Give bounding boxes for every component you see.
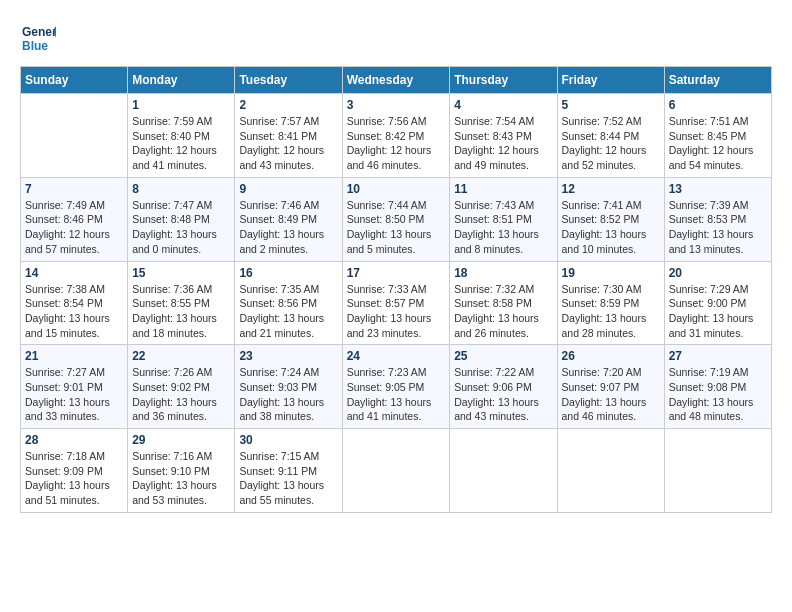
calendar-cell: 2Sunrise: 7:57 AM Sunset: 8:41 PM Daylig… bbox=[235, 94, 342, 178]
day-info: Sunrise: 7:44 AM Sunset: 8:50 PM Dayligh… bbox=[347, 198, 446, 257]
day-number: 23 bbox=[239, 349, 337, 363]
calendar-cell: 13Sunrise: 7:39 AM Sunset: 8:53 PM Dayli… bbox=[664, 177, 771, 261]
day-info: Sunrise: 7:24 AM Sunset: 9:03 PM Dayligh… bbox=[239, 365, 337, 424]
calendar-cell: 26Sunrise: 7:20 AM Sunset: 9:07 PM Dayli… bbox=[557, 345, 664, 429]
calendar-cell: 19Sunrise: 7:30 AM Sunset: 8:59 PM Dayli… bbox=[557, 261, 664, 345]
day-info: Sunrise: 7:38 AM Sunset: 8:54 PM Dayligh… bbox=[25, 282, 123, 341]
calendar-cell: 24Sunrise: 7:23 AM Sunset: 9:05 PM Dayli… bbox=[342, 345, 450, 429]
calendar-cell: 29Sunrise: 7:16 AM Sunset: 9:10 PM Dayli… bbox=[128, 429, 235, 513]
svg-text:Blue: Blue bbox=[22, 39, 48, 53]
day-info: Sunrise: 7:20 AM Sunset: 9:07 PM Dayligh… bbox=[562, 365, 660, 424]
calendar-cell: 12Sunrise: 7:41 AM Sunset: 8:52 PM Dayli… bbox=[557, 177, 664, 261]
col-header-saturday: Saturday bbox=[664, 67, 771, 94]
calendar-cell: 30Sunrise: 7:15 AM Sunset: 9:11 PM Dayli… bbox=[235, 429, 342, 513]
day-info: Sunrise: 7:57 AM Sunset: 8:41 PM Dayligh… bbox=[239, 114, 337, 173]
day-number: 24 bbox=[347, 349, 446, 363]
calendar-cell: 6Sunrise: 7:51 AM Sunset: 8:45 PM Daylig… bbox=[664, 94, 771, 178]
day-number: 11 bbox=[454, 182, 552, 196]
calendar-cell bbox=[21, 94, 128, 178]
week-row-1: 1Sunrise: 7:59 AM Sunset: 8:40 PM Daylig… bbox=[21, 94, 772, 178]
col-header-monday: Monday bbox=[128, 67, 235, 94]
day-info: Sunrise: 7:49 AM Sunset: 8:46 PM Dayligh… bbox=[25, 198, 123, 257]
day-number: 4 bbox=[454, 98, 552, 112]
day-number: 3 bbox=[347, 98, 446, 112]
calendar-cell: 16Sunrise: 7:35 AM Sunset: 8:56 PM Dayli… bbox=[235, 261, 342, 345]
day-info: Sunrise: 7:51 AM Sunset: 8:45 PM Dayligh… bbox=[669, 114, 767, 173]
calendar-cell: 11Sunrise: 7:43 AM Sunset: 8:51 PM Dayli… bbox=[450, 177, 557, 261]
col-header-friday: Friday bbox=[557, 67, 664, 94]
calendar-cell: 10Sunrise: 7:44 AM Sunset: 8:50 PM Dayli… bbox=[342, 177, 450, 261]
day-number: 22 bbox=[132, 349, 230, 363]
day-number: 9 bbox=[239, 182, 337, 196]
calendar-cell: 7Sunrise: 7:49 AM Sunset: 8:46 PM Daylig… bbox=[21, 177, 128, 261]
calendar-cell: 8Sunrise: 7:47 AM Sunset: 8:48 PM Daylig… bbox=[128, 177, 235, 261]
calendar-cell bbox=[342, 429, 450, 513]
day-info: Sunrise: 7:29 AM Sunset: 9:00 PM Dayligh… bbox=[669, 282, 767, 341]
week-row-4: 21Sunrise: 7:27 AM Sunset: 9:01 PM Dayli… bbox=[21, 345, 772, 429]
calendar-cell: 3Sunrise: 7:56 AM Sunset: 8:42 PM Daylig… bbox=[342, 94, 450, 178]
day-info: Sunrise: 7:27 AM Sunset: 9:01 PM Dayligh… bbox=[25, 365, 123, 424]
day-info: Sunrise: 7:26 AM Sunset: 9:02 PM Dayligh… bbox=[132, 365, 230, 424]
day-number: 10 bbox=[347, 182, 446, 196]
day-info: Sunrise: 7:23 AM Sunset: 9:05 PM Dayligh… bbox=[347, 365, 446, 424]
col-header-thursday: Thursday bbox=[450, 67, 557, 94]
day-number: 20 bbox=[669, 266, 767, 280]
header-row: SundayMondayTuesdayWednesdayThursdayFrid… bbox=[21, 67, 772, 94]
day-number: 28 bbox=[25, 433, 123, 447]
calendar-cell: 20Sunrise: 7:29 AM Sunset: 9:00 PM Dayli… bbox=[664, 261, 771, 345]
day-info: Sunrise: 7:19 AM Sunset: 9:08 PM Dayligh… bbox=[669, 365, 767, 424]
day-number: 29 bbox=[132, 433, 230, 447]
day-number: 27 bbox=[669, 349, 767, 363]
day-info: Sunrise: 7:43 AM Sunset: 8:51 PM Dayligh… bbox=[454, 198, 552, 257]
day-info: Sunrise: 7:46 AM Sunset: 8:49 PM Dayligh… bbox=[239, 198, 337, 257]
calendar-cell: 4Sunrise: 7:54 AM Sunset: 8:43 PM Daylig… bbox=[450, 94, 557, 178]
day-number: 12 bbox=[562, 182, 660, 196]
day-number: 18 bbox=[454, 266, 552, 280]
calendar-cell bbox=[557, 429, 664, 513]
col-header-sunday: Sunday bbox=[21, 67, 128, 94]
day-info: Sunrise: 7:41 AM Sunset: 8:52 PM Dayligh… bbox=[562, 198, 660, 257]
calendar-cell: 27Sunrise: 7:19 AM Sunset: 9:08 PM Dayli… bbox=[664, 345, 771, 429]
day-number: 8 bbox=[132, 182, 230, 196]
day-number: 5 bbox=[562, 98, 660, 112]
day-info: Sunrise: 7:32 AM Sunset: 8:58 PM Dayligh… bbox=[454, 282, 552, 341]
day-info: Sunrise: 7:15 AM Sunset: 9:11 PM Dayligh… bbox=[239, 449, 337, 508]
col-header-tuesday: Tuesday bbox=[235, 67, 342, 94]
day-info: Sunrise: 7:47 AM Sunset: 8:48 PM Dayligh… bbox=[132, 198, 230, 257]
day-info: Sunrise: 7:59 AM Sunset: 8:40 PM Dayligh… bbox=[132, 114, 230, 173]
calendar-cell: 17Sunrise: 7:33 AM Sunset: 8:57 PM Dayli… bbox=[342, 261, 450, 345]
week-row-2: 7Sunrise: 7:49 AM Sunset: 8:46 PM Daylig… bbox=[21, 177, 772, 261]
day-info: Sunrise: 7:33 AM Sunset: 8:57 PM Dayligh… bbox=[347, 282, 446, 341]
day-info: Sunrise: 7:16 AM Sunset: 9:10 PM Dayligh… bbox=[132, 449, 230, 508]
day-info: Sunrise: 7:22 AM Sunset: 9:06 PM Dayligh… bbox=[454, 365, 552, 424]
calendar-cell bbox=[664, 429, 771, 513]
day-number: 17 bbox=[347, 266, 446, 280]
logo-icon: General Blue bbox=[20, 20, 56, 56]
calendar-cell: 9Sunrise: 7:46 AM Sunset: 8:49 PM Daylig… bbox=[235, 177, 342, 261]
svg-text:General: General bbox=[22, 25, 56, 39]
day-info: Sunrise: 7:54 AM Sunset: 8:43 PM Dayligh… bbox=[454, 114, 552, 173]
calendar-cell: 21Sunrise: 7:27 AM Sunset: 9:01 PM Dayli… bbox=[21, 345, 128, 429]
calendar-cell: 18Sunrise: 7:32 AM Sunset: 8:58 PM Dayli… bbox=[450, 261, 557, 345]
col-header-wednesday: Wednesday bbox=[342, 67, 450, 94]
day-number: 26 bbox=[562, 349, 660, 363]
day-number: 16 bbox=[239, 266, 337, 280]
calendar-cell: 23Sunrise: 7:24 AM Sunset: 9:03 PM Dayli… bbox=[235, 345, 342, 429]
day-number: 21 bbox=[25, 349, 123, 363]
calendar-cell: 5Sunrise: 7:52 AM Sunset: 8:44 PM Daylig… bbox=[557, 94, 664, 178]
logo: General Blue bbox=[20, 20, 56, 56]
calendar-cell: 22Sunrise: 7:26 AM Sunset: 9:02 PM Dayli… bbox=[128, 345, 235, 429]
day-number: 13 bbox=[669, 182, 767, 196]
day-number: 25 bbox=[454, 349, 552, 363]
day-info: Sunrise: 7:36 AM Sunset: 8:55 PM Dayligh… bbox=[132, 282, 230, 341]
calendar-cell: 25Sunrise: 7:22 AM Sunset: 9:06 PM Dayli… bbox=[450, 345, 557, 429]
day-number: 14 bbox=[25, 266, 123, 280]
calendar-cell: 28Sunrise: 7:18 AM Sunset: 9:09 PM Dayli… bbox=[21, 429, 128, 513]
day-info: Sunrise: 7:52 AM Sunset: 8:44 PM Dayligh… bbox=[562, 114, 660, 173]
day-number: 30 bbox=[239, 433, 337, 447]
calendar-cell: 15Sunrise: 7:36 AM Sunset: 8:55 PM Dayli… bbox=[128, 261, 235, 345]
day-info: Sunrise: 7:18 AM Sunset: 9:09 PM Dayligh… bbox=[25, 449, 123, 508]
calendar-cell bbox=[450, 429, 557, 513]
calendar-cell: 1Sunrise: 7:59 AM Sunset: 8:40 PM Daylig… bbox=[128, 94, 235, 178]
week-row-5: 28Sunrise: 7:18 AM Sunset: 9:09 PM Dayli… bbox=[21, 429, 772, 513]
